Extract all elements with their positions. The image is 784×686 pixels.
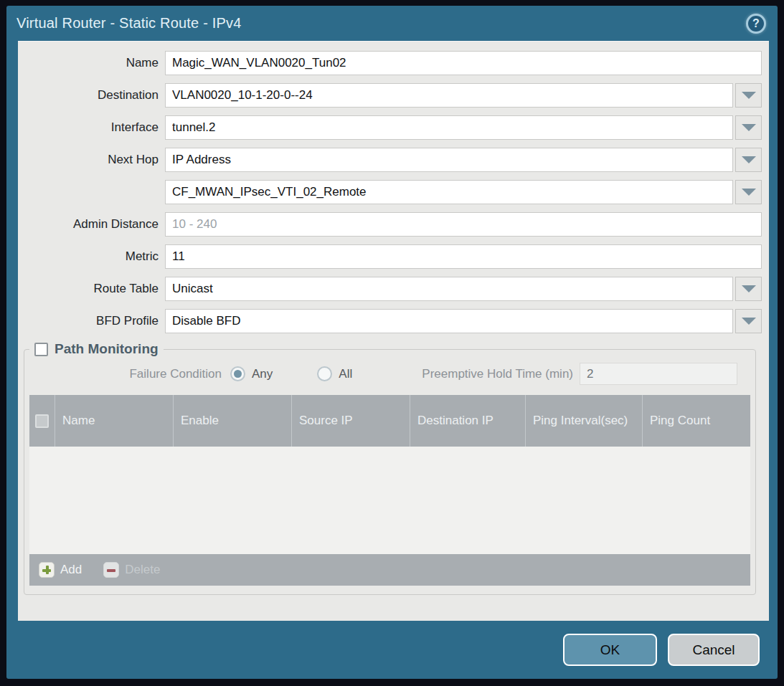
form-row-metric: Metric	[18, 244, 762, 269]
cancel-button[interactable]: Cancel	[668, 634, 760, 666]
failure-condition-any-label: Any	[252, 367, 273, 381]
dialog-titlebar: Virtual Router - Static Route - IPv4 ?	[6, 6, 778, 41]
failure-condition-row: Failure Condition Any All Preemptive Hol…	[27, 363, 737, 385]
chevron-down-icon	[742, 318, 756, 325]
next-hop-type-dropdown-button[interactable]	[735, 148, 762, 172]
route-table-dropdown-button[interactable]	[735, 277, 762, 301]
next-hop-type-input[interactable]	[165, 148, 733, 172]
chevron-down-icon	[742, 156, 756, 163]
interface-dropdown-button[interactable]	[735, 115, 762, 140]
column-header-ping-interval[interactable]: Ping Interval(sec)	[525, 395, 642, 447]
table-body-empty	[29, 447, 750, 554]
column-header-name[interactable]: Name	[55, 395, 173, 447]
static-route-dialog: Virtual Router - Static Route - IPv4 ? N…	[6, 6, 778, 679]
path-monitoring-title: Path Monitoring	[55, 341, 159, 357]
name-input[interactable]	[165, 51, 762, 75]
form-row-name: Name	[18, 51, 762, 75]
chevron-down-icon	[742, 124, 756, 131]
chevron-down-icon	[742, 92, 756, 99]
route-table-input[interactable]	[165, 277, 733, 301]
form-row-admin-distance: Admin Distance	[18, 212, 762, 237]
name-label: Name	[18, 56, 159, 70]
preemptive-hold-time-label: Preemptive Hold Time (min)	[422, 367, 573, 381]
failure-condition-all-label: All	[339, 367, 352, 381]
next-hop-label: Next Hop	[18, 153, 159, 167]
help-icon[interactable]: ?	[746, 14, 766, 34]
bfd-profile-input[interactable]	[165, 309, 733, 333]
select-all-checkbox[interactable]	[35, 414, 49, 428]
chevron-down-icon	[742, 189, 756, 196]
failure-condition-radio-all[interactable]	[317, 366, 332, 381]
path-monitoring-legend: Path Monitoring	[29, 341, 164, 357]
dialog-button-bar: OK Cancel	[6, 621, 778, 679]
dialog-title: Virtual Router - Static Route - IPv4	[16, 15, 242, 32]
next-hop-address-input[interactable]	[165, 180, 733, 204]
delete-button-label: Delete	[125, 563, 160, 577]
minus-icon	[103, 562, 119, 578]
dialog-content-panel: Name Destination Interface	[18, 41, 769, 621]
table-header-row: Name Enable Source IP Destination IP Pin…	[29, 395, 750, 447]
form-row-bfd-profile: BFD Profile	[18, 309, 762, 333]
path-monitoring-section: Path Monitoring Failure Condition Any Al…	[24, 341, 756, 595]
bfd-profile-dropdown-button[interactable]	[735, 309, 762, 333]
chevron-down-icon	[742, 285, 756, 292]
interface-label: Interface	[18, 120, 159, 135]
admin-distance-input[interactable]	[165, 212, 762, 237]
interface-input[interactable]	[165, 115, 733, 140]
route-table-label: Route Table	[18, 282, 159, 296]
screen-background: Virtual Router - Static Route - IPv4 ? N…	[0, 0, 784, 686]
ok-button[interactable]: OK	[563, 634, 657, 666]
table-header-checkbox-cell	[29, 395, 55, 447]
form-row-next-hop-address	[18, 180, 762, 204]
column-header-source-ip[interactable]: Source IP	[291, 395, 410, 447]
path-monitoring-table: Name Enable Source IP Destination IP Pin…	[29, 395, 750, 586]
admin-distance-label: Admin Distance	[18, 217, 159, 232]
bfd-profile-label: BFD Profile	[18, 314, 159, 328]
add-button-label: Add	[60, 563, 82, 577]
help-glyph: ?	[752, 17, 760, 30]
radio-selected-dot	[234, 370, 242, 378]
form-row-route-table: Route Table	[18, 277, 762, 301]
destination-dropdown-button[interactable]	[735, 83, 762, 108]
form-row-next-hop: Next Hop	[18, 148, 762, 172]
failure-condition-radio-any[interactable]	[230, 366, 245, 381]
preemptive-hold-time-input[interactable]	[580, 363, 737, 385]
table-footer-toolbar: Add Delete	[29, 554, 750, 586]
destination-input[interactable]	[165, 83, 733, 108]
column-header-ping-count[interactable]: Ping Count	[642, 395, 750, 447]
metric-input[interactable]	[165, 244, 762, 269]
metric-label: Metric	[18, 249, 159, 264]
column-header-destination-ip[interactable]: Destination IP	[410, 395, 525, 447]
path-monitoring-checkbox[interactable]	[34, 343, 48, 356]
delete-button[interactable]: Delete	[103, 562, 160, 578]
next-hop-address-dropdown-button[interactable]	[735, 180, 762, 204]
form-row-interface: Interface	[18, 115, 762, 140]
form-row-destination: Destination	[18, 83, 762, 108]
plus-icon	[39, 562, 55, 578]
column-header-enable[interactable]: Enable	[173, 395, 291, 447]
failure-condition-label: Failure Condition	[27, 367, 222, 381]
destination-label: Destination	[18, 88, 159, 103]
add-button[interactable]: Add	[39, 562, 82, 578]
